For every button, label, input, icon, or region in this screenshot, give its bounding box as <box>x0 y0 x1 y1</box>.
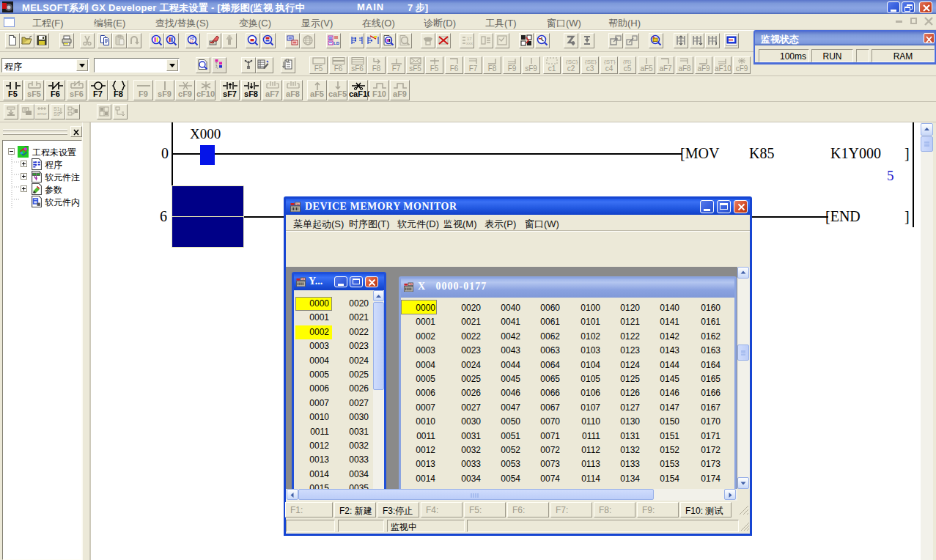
svg-text:TAG: TAG <box>301 278 306 281</box>
svg-text:TAG: TAG <box>409 283 414 286</box>
svg-text:LD: LD <box>334 41 339 45</box>
svg-text:{R}: {R} <box>623 59 631 65</box>
svg-text:{SE}: {SE} <box>585 59 597 65</box>
svg-text:xxx: xxx <box>466 41 473 45</box>
svg-text:{ST}: {ST} <box>604 59 616 65</box>
svg-text:12: 12 <box>190 40 194 43</box>
svg-text:{SC}: {SC} <box>566 59 578 65</box>
svg-text:TAG: TAG <box>295 202 301 206</box>
